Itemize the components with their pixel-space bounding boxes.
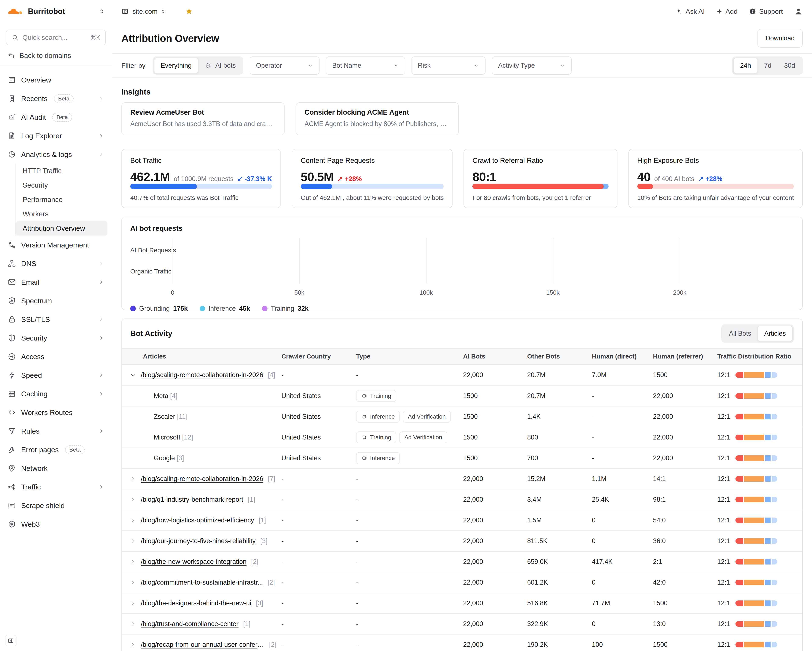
dropdown-risk[interactable]: Risk xyxy=(412,57,485,75)
dropdown-activity-type[interactable]: Activity Type xyxy=(492,57,572,75)
column-header-ai-bots[interactable]: AI Bots xyxy=(463,353,527,360)
sidebar-item-rules[interactable]: Rules xyxy=(4,422,107,440)
column-header-human-direct[interactable]: Human (direct) xyxy=(592,353,653,360)
traffic-ratio-cell: 12:1 xyxy=(717,641,802,648)
chevron-down-icon[interactable] xyxy=(130,371,136,378)
article-link[interactable]: /blog/trust-and-compliance-center xyxy=(141,620,238,628)
sidebar-item-overview[interactable]: Overview xyxy=(4,71,107,89)
sidebar-item-security[interactable]: Security xyxy=(15,178,107,193)
dropdown-bot-name[interactable]: Bot Name xyxy=(326,57,405,75)
chevron-right-icon[interactable] xyxy=(130,620,136,627)
time-option-24h[interactable]: 24h xyxy=(733,58,758,73)
account-switcher-icon[interactable] xyxy=(99,8,105,15)
ai-bots-cell: 22,000 xyxy=(463,599,527,607)
chevron-right-icon[interactable] xyxy=(130,517,136,524)
article-link[interactable]: /blog/recap-from-our-annual-user-confere… xyxy=(141,641,264,648)
sidebar-item-ai-audit[interactable]: AI AuditBeta xyxy=(4,108,107,127)
sidebar-item-analytics-logs[interactable]: Analytics & logs xyxy=(4,145,107,164)
type-badge-label: Inference xyxy=(370,413,395,420)
chevron-right-icon xyxy=(99,96,104,101)
sidebar-item-dns[interactable]: DNS xyxy=(4,254,107,273)
search-input[interactable]: Quick search... ⌘K xyxy=(6,30,106,45)
column-header-traffic-distribution-ratio[interactable]: Traffic Distribution Ratio xyxy=(717,353,802,360)
sidebar-item-http-traffic[interactable]: HTTP Traffic xyxy=(15,164,107,178)
chevron-right-icon[interactable] xyxy=(130,496,136,503)
crawler-country-cell: - xyxy=(281,641,356,648)
column-header-other-bots[interactable]: Other Bots xyxy=(527,353,592,360)
article-link[interactable]: /blog/the-designers-behind-the-new-ui xyxy=(141,599,251,607)
chevron-right-icon xyxy=(99,335,104,341)
traffic-ratio-cell: 12:1 xyxy=(717,371,802,379)
sidebar-item-version-management[interactable]: Version Management xyxy=(4,235,107,254)
chevron-right-icon[interactable] xyxy=(130,600,136,607)
user-avatar-icon[interactable] xyxy=(794,7,803,16)
sidebar-item-access[interactable]: Access xyxy=(4,347,107,366)
chevron-right-icon[interactable] xyxy=(130,579,136,586)
article-link[interactable]: /blog/how-logistics-optimized-efficiency xyxy=(141,517,254,524)
sidebar-item-web3[interactable]: Web3 xyxy=(4,515,107,533)
chevron-right-icon[interactable] xyxy=(130,538,136,544)
metric-caption: 40.7% of total requests was Bot Traffic xyxy=(130,194,272,200)
column-header-articles[interactable]: Articles xyxy=(122,353,281,360)
sidebar-item-error-pages[interactable]: Error pagesBeta xyxy=(4,440,107,459)
article-link[interactable]: /blog/scaling-remote-collaboration-in-20… xyxy=(141,475,263,483)
ratio-bar-segment xyxy=(744,538,764,544)
metric-progress-fill xyxy=(472,184,604,189)
bot-chip-icon xyxy=(361,434,368,440)
time-option-30d[interactable]: 30d xyxy=(778,58,801,73)
traffic-ratio-cell: 12:1 xyxy=(717,579,802,586)
toggle-articles[interactable]: Articles xyxy=(757,326,792,341)
site-switcher[interactable]: site.com xyxy=(132,8,166,15)
favorite-star-icon[interactable] xyxy=(185,8,192,15)
article-link[interactable]: /blog/the-new-workspace-integration xyxy=(141,558,247,565)
back-to-domains[interactable]: Back to domains xyxy=(0,45,111,66)
sidebar-item-email[interactable]: Email xyxy=(4,273,107,292)
chart-legend: Grounding175kInference45kTraining32k xyxy=(130,305,794,312)
support-button[interactable]: ? Support xyxy=(749,8,783,15)
sidebar-item-ssl-tls[interactable]: SSL/TLS xyxy=(4,310,107,329)
article-link[interactable]: /blog/commitment-to-sustainable-infrastr… xyxy=(141,579,263,586)
panel-toggle-icon[interactable] xyxy=(121,8,128,15)
sidebar-item-log-explorer[interactable]: Log Explorer xyxy=(4,127,107,145)
recents-icon xyxy=(8,94,16,103)
column-header-type[interactable]: Type xyxy=(356,353,463,360)
sidebar-item-network[interactable]: Network xyxy=(4,459,107,478)
sidebar-item-traffic[interactable]: Traffic xyxy=(4,478,107,496)
sidebar-item-scrape-shield[interactable]: Scrape shield xyxy=(4,496,107,515)
add-button[interactable]: Add xyxy=(716,8,737,15)
ratio-bar-segment xyxy=(765,621,771,627)
insight-card[interactable]: Consider blocking ACME AgentACME Agent i… xyxy=(296,102,459,135)
column-header-human-referrer[interactable]: Human (referrer) xyxy=(653,353,717,360)
dropdown-operator[interactable]: Operator xyxy=(250,57,319,75)
article-link[interactable]: /blog/our-journey-to-five-nines-reliabil… xyxy=(141,537,256,545)
metric-line: 50.5M↗ +28% xyxy=(301,170,444,184)
back-arrow-icon xyxy=(8,52,15,59)
toggle-all-bots[interactable]: All Bots xyxy=(723,326,757,341)
time-option-7d[interactable]: 7d xyxy=(758,58,778,73)
collapse-sidebar-button[interactable] xyxy=(5,635,17,646)
sidebar-item-recents[interactable]: RecentsBeta xyxy=(4,89,107,108)
scope-option-ai-bots[interactable]: AI bots xyxy=(198,58,242,73)
insight-card[interactable]: Review AcmeUser BotAcmeUser Bot has used… xyxy=(121,102,285,135)
sidebar-item-caching[interactable]: Caching xyxy=(4,385,107,403)
sidebar-item-security[interactable]: Security xyxy=(4,329,107,347)
ratio-bar-segment xyxy=(744,372,764,378)
chevron-right-icon[interactable] xyxy=(130,641,136,648)
scope-option-everything[interactable]: Everything xyxy=(154,58,198,73)
sidebar-item-workers-routes[interactable]: Workers Routes xyxy=(4,403,107,422)
sidebar-item-attribution-overview[interactable]: Attribution Overview xyxy=(15,221,107,235)
sidebar-item-spectrum[interactable]: Spectrum xyxy=(4,292,107,310)
chevron-down-icon xyxy=(560,63,565,68)
article-link[interactable]: /blog/q1-industry-benchmark-report xyxy=(141,496,243,503)
article-link[interactable]: /blog/scaling-remote-collaboration-in-20… xyxy=(141,371,263,379)
article-count: [2] xyxy=(267,579,275,586)
sidebar-item-speed[interactable]: Speed xyxy=(4,366,107,385)
sidebar-item-performance[interactable]: Performance xyxy=(15,193,107,207)
sidebar-item-workers[interactable]: Workers xyxy=(15,207,107,221)
ask-ai-button[interactable]: Ask AI xyxy=(675,8,705,15)
column-header-crawler-country[interactable]: Crawler Country xyxy=(281,353,356,360)
chevron-right-icon[interactable] xyxy=(130,558,136,565)
download-button[interactable]: Download xyxy=(757,29,803,47)
account-header[interactable]: Burritobot xyxy=(0,0,111,23)
chevron-right-icon[interactable] xyxy=(130,475,136,482)
